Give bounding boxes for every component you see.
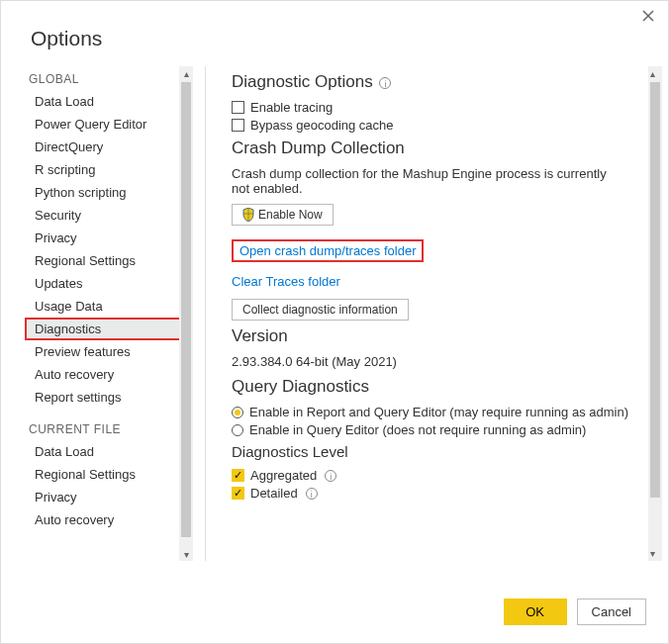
collect-diagnostic-button[interactable]: Collect diagnostic information <box>232 299 409 321</box>
scroll-down-icon[interactable]: ▾ <box>650 548 655 559</box>
sidebar-scrollbar[interactable]: ▴ ▾ <box>179 66 193 561</box>
info-icon[interactable]: i <box>325 470 336 482</box>
sidebar-item-cf-regional-settings[interactable]: Regional Settings <box>25 463 181 486</box>
scroll-down-icon[interactable]: ▾ <box>181 549 191 559</box>
scroll-thumb[interactable] <box>650 82 660 498</box>
bypass-geocoding-label: Bypass geocoding cache <box>250 118 394 133</box>
qd-radio-query-only-label: Enable in Query Editor (does not require… <box>249 422 586 437</box>
info-icon[interactable]: i <box>306 488 318 500</box>
sidebar-item-security[interactable]: Security <box>25 204 181 227</box>
info-icon[interactable]: i <box>379 77 391 89</box>
aggregated-label: Aggregated <box>250 468 317 483</box>
detailed-label: Detailed <box>250 486 298 501</box>
sidebar-item-python-scripting[interactable]: Python scripting <box>25 181 181 204</box>
qd-radio-report-and-query[interactable] <box>232 407 243 418</box>
clear-traces-link[interactable]: Clear Traces folder <box>232 274 654 289</box>
crash-dump-heading: Crash Dump Collection <box>232 138 654 158</box>
cancel-button[interactable]: Cancel <box>577 598 646 625</box>
sidebar-item-cf-data-load[interactable]: Data Load <box>25 440 181 463</box>
enable-tracing-label: Enable tracing <box>250 100 333 115</box>
ok-button[interactable]: OK <box>504 598 567 625</box>
scroll-up-icon[interactable]: ▴ <box>650 68 655 79</box>
collect-diagnostic-label: Collect diagnostic information <box>242 303 398 317</box>
sidebar: GLOBAL Data LoadPower Query EditorDirect… <box>25 66 183 561</box>
window-title: Options <box>1 1 668 66</box>
sidebar-item-directquery[interactable]: DirectQuery <box>25 136 181 158</box>
dialog-footer: OK Cancel <box>504 598 646 625</box>
detailed-checkbox[interactable]: ✓ <box>232 487 244 500</box>
bypass-geocoding-checkbox[interactable] <box>232 119 244 132</box>
qd-radio-query-only[interactable] <box>232 424 243 436</box>
sidebar-item-updates[interactable]: Updates <box>25 272 181 295</box>
sidebar-item-data-load[interactable]: Data Load <box>25 90 181 113</box>
sidebar-item-privacy[interactable]: Privacy <box>25 227 181 249</box>
shield-icon <box>242 208 254 222</box>
content-panel: Diagnostic Options i Enable tracing Bypa… <box>232 66 654 561</box>
version-heading: Version <box>232 326 654 346</box>
options-dialog: Options GLOBAL Data LoadPower Query Edit… <box>0 0 669 644</box>
sidebar-header-current-file: CURRENT FILE <box>25 416 181 440</box>
qd-radio-report-and-query-label: Enable in Report and Query Editor (may r… <box>249 405 628 419</box>
enable-now-label: Enable Now <box>258 208 323 222</box>
enable-tracing-checkbox[interactable] <box>232 101 244 114</box>
diagnostic-options-title: Diagnostic Options <box>232 72 373 91</box>
sidebar-header-global: GLOBAL <box>25 66 181 90</box>
sidebar-item-auto-recovery[interactable]: Auto recovery <box>25 363 181 386</box>
query-diagnostics-heading: Query Diagnostics <box>232 377 654 397</box>
sidebar-item-diagnostics[interactable]: Diagnostics <box>25 318 181 340</box>
enable-now-button[interactable]: Enable Now <box>232 204 334 226</box>
sidebar-item-report-settings[interactable]: Report settings <box>25 386 181 409</box>
aggregated-checkbox[interactable]: ✓ <box>232 469 244 482</box>
open-crash-folder-link[interactable]: Open crash dump/traces folder <box>232 239 424 262</box>
sidebar-item-regional-settings[interactable]: Regional Settings <box>25 249 181 272</box>
diagnostics-level-heading: Diagnostics Level <box>232 443 654 460</box>
close-icon[interactable] <box>640 9 656 25</box>
sidebar-item-cf-auto-recovery[interactable]: Auto recovery <box>25 508 181 531</box>
version-value: 2.93.384.0 64-bit (May 2021) <box>232 354 627 369</box>
sidebar-item-usage-data[interactable]: Usage Data <box>25 295 181 318</box>
scroll-up-icon[interactable]: ▴ <box>181 68 191 78</box>
sidebar-item-cf-privacy[interactable]: Privacy <box>25 486 181 508</box>
sidebar-item-preview-features[interactable]: Preview features <box>25 340 181 363</box>
sidebar-item-power-query-editor[interactable]: Power Query Editor <box>25 113 181 136</box>
crash-dump-desc: Crash dump collection for the Mashup Eng… <box>232 166 627 196</box>
content-scrollbar[interactable]: ▴ ▾ <box>648 66 662 561</box>
sidebar-item-r-scripting[interactable]: R scripting <box>25 158 181 181</box>
diagnostic-options-heading: Diagnostic Options i <box>232 72 654 92</box>
scroll-thumb[interactable] <box>181 82 191 537</box>
